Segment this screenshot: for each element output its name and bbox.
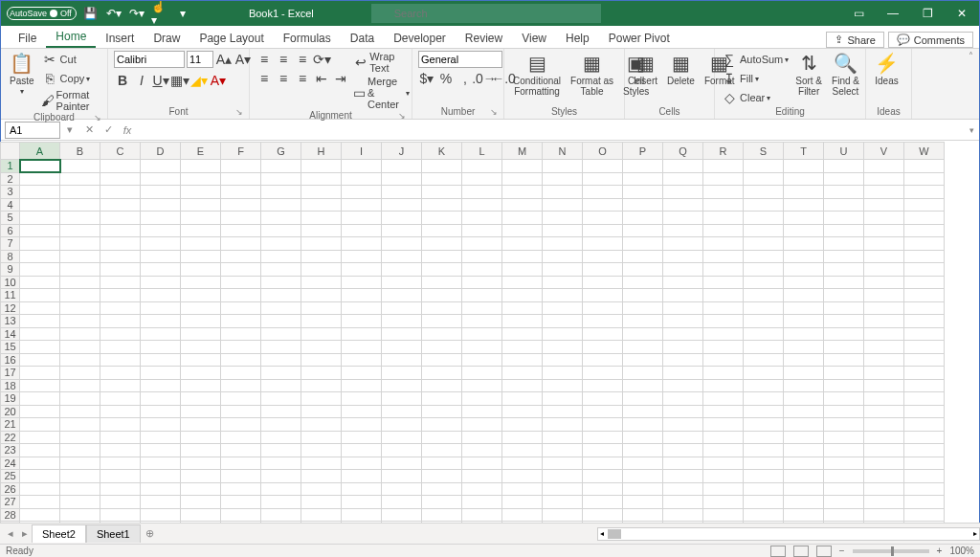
cell[interactable]: [342, 237, 382, 251]
row-header[interactable]: 18: [1, 379, 20, 392]
cell[interactable]: [703, 160, 744, 173]
cell[interactable]: [744, 289, 784, 302]
cell[interactable]: [261, 315, 301, 328]
cell[interactable]: [784, 418, 824, 432]
cell[interactable]: [824, 405, 864, 418]
cell[interactable]: [301, 186, 342, 199]
cell[interactable]: [301, 482, 342, 496]
cell[interactable]: [100, 250, 141, 263]
cell[interactable]: [904, 367, 945, 380]
cell[interactable]: [382, 212, 422, 225]
cell[interactable]: [141, 263, 181, 277]
cell[interactable]: [583, 431, 623, 444]
cell[interactable]: [181, 431, 221, 444]
cell[interactable]: [744, 198, 784, 212]
column-header[interactable]: W: [904, 143, 945, 160]
cell[interactable]: [382, 444, 422, 457]
cell[interactable]: [663, 392, 703, 406]
cell[interactable]: [663, 276, 703, 289]
cell[interactable]: [100, 301, 141, 315]
row-header[interactable]: 22: [1, 431, 20, 444]
row-header[interactable]: 26: [1, 482, 20, 496]
cell[interactable]: [382, 160, 422, 173]
cell[interactable]: [342, 353, 382, 367]
cell[interactable]: [502, 186, 543, 199]
cell[interactable]: [261, 457, 301, 470]
cell[interactable]: [342, 301, 382, 315]
cell[interactable]: [904, 353, 945, 367]
cell[interactable]: [462, 172, 502, 186]
align-middle-icon[interactable]: ≡: [275, 51, 292, 68]
cell[interactable]: [382, 289, 422, 302]
cell[interactable]: [301, 444, 342, 457]
font-size-select[interactable]: [187, 51, 213, 68]
cell[interactable]: [543, 237, 583, 251]
cell[interactable]: [824, 392, 864, 406]
cell[interactable]: [261, 341, 301, 354]
tab-developer[interactable]: Developer: [384, 28, 456, 48]
cell[interactable]: [221, 224, 261, 237]
underline-button[interactable]: U▾: [152, 72, 169, 89]
cell[interactable]: [462, 341, 502, 354]
cell[interactable]: [502, 327, 543, 341]
cell[interactable]: [623, 315, 663, 328]
cell[interactable]: [824, 418, 864, 432]
cell[interactable]: [543, 315, 583, 328]
cell[interactable]: [422, 470, 462, 483]
cell[interactable]: [60, 470, 100, 483]
cell[interactable]: [221, 263, 261, 277]
cell[interactable]: [342, 212, 382, 225]
cell[interactable]: [583, 418, 623, 432]
cell[interactable]: [20, 198, 60, 212]
cell[interactable]: [422, 276, 462, 289]
column-header[interactable]: A: [20, 143, 60, 160]
cell[interactable]: [382, 263, 422, 277]
cell[interactable]: [382, 482, 422, 496]
cell[interactable]: [502, 276, 543, 289]
cell[interactable]: [100, 237, 141, 251]
cell[interactable]: [864, 276, 904, 289]
sort-filter-button[interactable]: ⇅Sort & Filter: [792, 51, 825, 99]
cell[interactable]: [342, 470, 382, 483]
cell[interactable]: [663, 263, 703, 277]
cell[interactable]: [904, 482, 945, 496]
collapse-ribbon-icon[interactable]: ˄: [963, 49, 979, 119]
cell[interactable]: [703, 508, 744, 522]
delete-cells-button[interactable]: ▦Delete: [664, 51, 698, 88]
share-button[interactable]: ⇪Share: [826, 32, 883, 48]
cell[interactable]: [382, 315, 422, 328]
cell[interactable]: [20, 250, 60, 263]
cell[interactable]: [221, 392, 261, 406]
cell[interactable]: [20, 367, 60, 380]
font-color-button[interactable]: A▾: [210, 72, 227, 89]
cell[interactable]: [462, 224, 502, 237]
cell[interactable]: [502, 482, 543, 496]
cell[interactable]: [342, 327, 382, 341]
cell[interactable]: [502, 289, 543, 302]
cell[interactable]: [904, 418, 945, 432]
cell[interactable]: [824, 276, 864, 289]
cell[interactable]: [864, 482, 904, 496]
cell[interactable]: [60, 444, 100, 457]
cell[interactable]: [502, 405, 543, 418]
cell[interactable]: [703, 379, 744, 392]
cell[interactable]: [181, 482, 221, 496]
cell[interactable]: [502, 508, 543, 522]
cell[interactable]: [20, 289, 60, 302]
cell[interactable]: [261, 289, 301, 302]
cell[interactable]: [141, 327, 181, 341]
cell[interactable]: [221, 418, 261, 432]
cell[interactable]: [744, 186, 784, 199]
cell[interactable]: [462, 160, 502, 173]
cell[interactable]: [502, 160, 543, 173]
tab-power-pivot[interactable]: Power Pivot: [599, 28, 679, 48]
cell[interactable]: [382, 172, 422, 186]
tab-home[interactable]: Home: [46, 26, 96, 48]
cell[interactable]: [904, 289, 945, 302]
cell[interactable]: [141, 444, 181, 457]
cell[interactable]: [703, 224, 744, 237]
cell[interactable]: [221, 405, 261, 418]
row-header[interactable]: 15: [1, 341, 20, 354]
cell[interactable]: [301, 405, 342, 418]
cell[interactable]: [221, 353, 261, 367]
